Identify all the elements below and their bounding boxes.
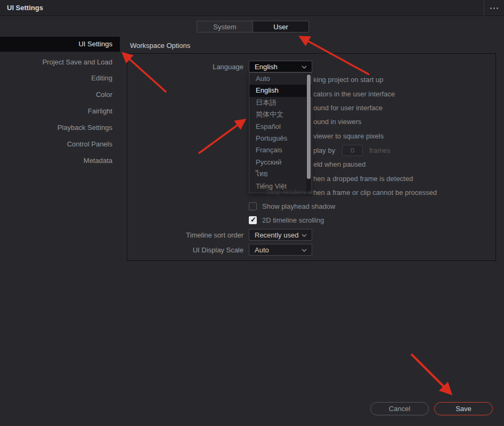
- ellipsis-menu-button[interactable]: [484, 0, 504, 16]
- option-row-fragment: viewer to square pixels: [313, 132, 384, 140]
- select-value: Auto: [255, 246, 269, 254]
- option-row-fragment: ound in viewers: [313, 118, 361, 126]
- language-option-portuguese[interactable]: Português: [249, 133, 312, 144]
- dropdown-scrollbar-track[interactable]: [306, 74, 311, 192]
- ui-display-scale-select[interactable]: Auto: [249, 244, 312, 256]
- sidebar-item-fairlight[interactable]: Fairlight: [0, 103, 120, 119]
- language-option-russian[interactable]: Русский: [249, 157, 312, 168]
- chevron-down-icon: [302, 65, 307, 69]
- checkbox-label: Show playhead shadow: [262, 202, 335, 210]
- language-option-auto[interactable]: Auto: [249, 73, 312, 85]
- delay-frames-input[interactable]: [342, 145, 363, 156]
- option-row-fragment: hen a dropped frame is detected: [313, 175, 413, 183]
- arrow-to-save-button: [411, 354, 450, 393]
- language-option-simplified-chinese[interactable]: 简体中文: [249, 109, 312, 120]
- section-heading: Workspace Options: [130, 42, 190, 50]
- checkbox-label: 2D timeline scrolling: [262, 216, 324, 224]
- sidebar-item-color[interactable]: Color: [0, 87, 120, 103]
- select-value: English: [255, 63, 278, 71]
- 2d-timeline-scrolling-checkbox[interactable]: [249, 216, 257, 224]
- language-option-spanish[interactable]: Español: [249, 121, 312, 133]
- language-option-thai[interactable]: ไทย: [249, 168, 312, 180]
- option-row-fragment: ound for user interface: [313, 104, 383, 112]
- chevron-down-icon: [302, 234, 307, 237]
- ellipsis-icon: [493, 7, 495, 9]
- titlebar: UI Settings: [0, 0, 504, 16]
- settings-scope-tabs: System User: [197, 21, 309, 32]
- language-select[interactable]: English: [249, 61, 312, 72]
- sidebar-item-playback-settings[interactable]: Playback Settings: [0, 120, 120, 136]
- ellipsis-icon: [490, 7, 492, 9]
- cancel-button[interactable]: Cancel: [370, 402, 429, 415]
- sidebar-item-project-save-and-load[interactable]: Project Save and Load: [0, 54, 120, 70]
- tab-system[interactable]: System: [197, 21, 253, 32]
- ellipsis-icon: [497, 7, 498, 9]
- show-playhead-shadow-checkbox[interactable]: [249, 202, 257, 210]
- checkbox-row: Show playhead shadow: [249, 202, 335, 210]
- language-option-vietnamese[interactable]: Tiếng Việt: [249, 181, 312, 192]
- dropdown-scrollbar-thumb[interactable]: [307, 75, 311, 179]
- sidebar-item-metadata[interactable]: Metadata: [0, 153, 120, 169]
- select-value: Recently used: [255, 231, 298, 239]
- option-row-fragment: eld when paused: [313, 160, 365, 168]
- tab-user[interactable]: User: [253, 21, 308, 32]
- timeline-sort-order-label: Timeline sort order: [158, 231, 243, 239]
- frames-unit-label: frames: [369, 146, 391, 154]
- option-row-fragment: king project on start up: [313, 76, 384, 84]
- sidebar-item-editing[interactable]: Editing: [0, 70, 120, 86]
- window-title: UI Settings: [0, 4, 43, 12]
- timeline-sort-order-select[interactable]: Recently used: [249, 229, 312, 241]
- language-dropdown-list: Auto English 日本語 简体中文 Español Português …: [249, 72, 312, 193]
- option-row-fragment: cators in the user interface: [313, 90, 395, 98]
- language-option-english[interactable]: English: [249, 85, 312, 96]
- checkbox-row: 2D timeline scrolling: [249, 216, 324, 224]
- ui-settings-dialog: UI Settings System User UI Settings Proj…: [0, 0, 504, 426]
- option-row-fragment: hen a frame or clip cannot be processed: [313, 189, 437, 196]
- sidebar-item-control-panels[interactable]: Control Panels: [0, 136, 120, 152]
- chevron-down-icon: [302, 249, 307, 252]
- language-option-japanese[interactable]: 日本語: [249, 97, 312, 109]
- save-button[interactable]: Save: [434, 402, 493, 415]
- language-option-french[interactable]: Français: [249, 144, 312, 156]
- language-label: Language: [158, 63, 243, 71]
- option-row-fragment: play by: [313, 146, 335, 154]
- ui-display-scale-label: UI Display Scale: [158, 246, 243, 254]
- sidebar-item-ui-settings[interactable]: UI Settings: [0, 37, 120, 52]
